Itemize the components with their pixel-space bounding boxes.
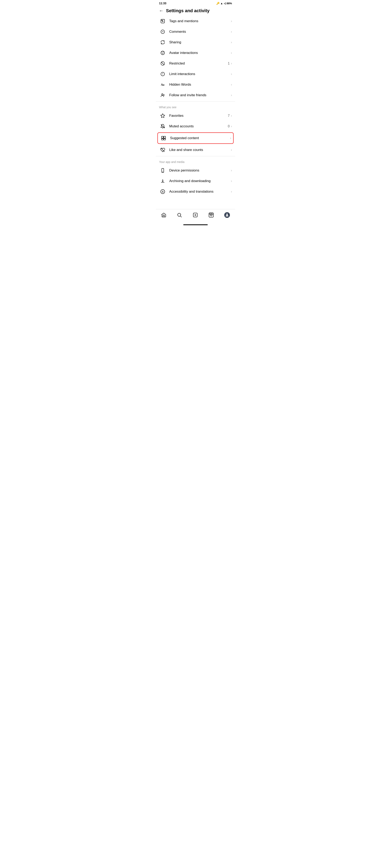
wifi-icon: ▲ [220,2,223,5]
suggested-content-item[interactable]: Suggested content › [158,132,233,144]
svg-point-12 [162,94,163,95]
accessibility-icon [159,189,166,194]
suggested-content-icon [160,136,167,141]
limit-interactions-item[interactable]: Limit interactions › [156,69,235,79]
svg-text:Aa: Aa [161,83,164,86]
tags-mentions-label: Tags and mentions [169,19,231,23]
svg-point-5 [163,52,164,53]
svg-point-1 [162,20,162,21]
avatar-interactions-icon [159,51,166,55]
restricted-badge: 1 [228,62,230,65]
device-permissions-icon [159,168,166,173]
chevron-icon: › [230,136,231,140]
sharing-label: Sharing [169,40,231,44]
app-media-label: Your app and media [156,157,235,165]
what-you-see-label: What you see [156,102,235,111]
muted-accounts-item[interactable]: Muted accounts 0 › [156,121,235,132]
page-header: ← Settings and activity [156,6,235,16]
limit-interactions-label: Limit interactions [169,72,231,76]
device-permissions-item[interactable]: Device permissions › [156,165,235,176]
archiving-item[interactable]: Archiving and downloading › [156,176,235,186]
svg-point-25 [178,213,181,216]
interactions-section: Tags and mentions › Comments › Sharing › [156,16,235,100]
status-icons: 🔑 ▲ ◁ 88% [216,2,232,5]
chevron-icon: › [231,62,232,65]
back-button[interactable]: ← [159,8,164,13]
muted-icon [159,124,166,129]
status-bar: 11:33 🔑 ▲ ◁ 88% [156,0,235,6]
svg-line-26 [180,216,181,217]
accessibility-label: Accessibility and translations [169,190,231,194]
svg-marker-13 [161,114,165,118]
favorites-item[interactable]: Favorites 7 › [156,111,235,121]
nav-new-post[interactable] [189,212,201,218]
chevron-icon: › [231,72,232,76]
bottom-navigation [156,209,235,223]
comments-item[interactable]: Comments › [156,26,235,37]
follow-invite-item[interactable]: Follow and invite friends › [156,90,235,100]
tags-icon [159,19,166,24]
svg-rect-16 [164,136,166,138]
archiving-icon [159,179,166,184]
sharing-item[interactable]: Sharing › [156,37,235,48]
svg-rect-17 [162,138,163,140]
favorites-icon [159,113,166,118]
favorites-label: Favorites [169,114,228,118]
svg-rect-30 [209,213,214,217]
sharing-icon [159,40,166,45]
key-icon: 🔑 [216,2,220,5]
hidden-words-label: Hidden Words [169,83,231,87]
muted-accounts-label: Muted accounts [169,124,228,128]
avatar-interactions-label: Avatar interactions [169,51,231,55]
chevron-icon: › [231,83,232,87]
like-share-counts-item[interactable]: Like and share counts › [156,145,235,155]
like-share-counts-label: Like and share counts [169,148,231,152]
svg-point-31 [210,214,212,216]
nav-search[interactable] [173,212,185,218]
what-you-see-section: What you see Favorites 7 › Muted account… [156,102,235,155]
profile-avatar [224,212,230,218]
chevron-icon: › [231,124,232,128]
nav-profile[interactable] [221,211,233,219]
hidden-words-icon: Aa [159,82,166,87]
chevron-icon: › [231,190,232,193]
tags-mentions-item[interactable]: Tags and mentions › [156,16,235,26]
muted-badge: 0 [228,124,230,128]
svg-rect-15 [162,136,163,138]
chevron-icon: › [231,40,232,44]
like-share-icon [159,148,166,152]
archiving-label: Archiving and downloading [169,179,231,183]
comments-icon [159,29,166,34]
comments-label: Comments [169,30,231,34]
follow-invite-icon [159,93,166,98]
chevron-icon: › [231,51,232,55]
restricted-icon [159,61,166,66]
section-divider-2 [156,156,235,156]
restricted-item[interactable]: Restricted 1 › [156,58,235,69]
svg-rect-18 [164,138,166,140]
chevron-icon: › [231,114,232,118]
limit-icon [159,72,166,76]
svg-point-4 [162,52,162,53]
chevron-icon: › [231,93,232,97]
restricted-label: Restricted [169,61,228,65]
chevron-icon: › [231,148,232,152]
app-media-section: Your app and media Device permissions › … [156,157,235,197]
chevron-icon: › [231,30,232,34]
chevron-icon: › [231,168,232,172]
home-bar-indicator [183,224,208,225]
accessibility-item[interactable]: Accessibility and translations › [156,186,235,197]
battery-text: 88% [227,2,232,5]
svg-line-7 [161,62,164,65]
signal-icon: ◁ [224,2,226,5]
chevron-icon: › [231,179,232,183]
avatar-interactions-item[interactable]: Avatar interactions › [156,48,235,58]
follow-invite-label: Follow and invite friends [169,93,231,97]
svg-point-35 [226,214,228,215]
hidden-words-item[interactable]: Aa Hidden Words › [156,79,235,90]
svg-point-10 [163,74,163,75]
nav-home[interactable] [158,212,170,218]
nav-reels[interactable] [205,212,217,218]
suggested-content-label: Suggested content [170,136,230,140]
svg-point-3 [161,51,165,55]
